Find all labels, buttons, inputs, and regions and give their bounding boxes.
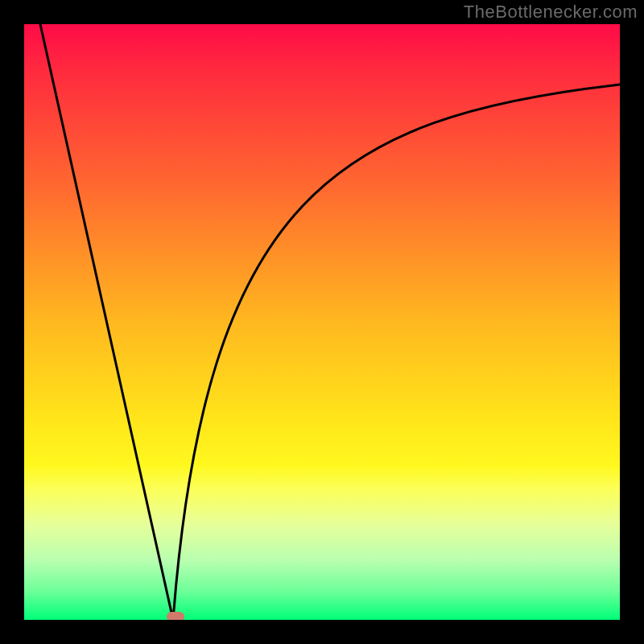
min-marker — [167, 612, 184, 620]
bottleneck-curve — [24, 24, 620, 620]
chart-frame: TheBottlenecker.com — [0, 0, 644, 644]
plot-area — [24, 24, 620, 620]
attribution-label: TheBottlenecker.com — [464, 2, 638, 23]
